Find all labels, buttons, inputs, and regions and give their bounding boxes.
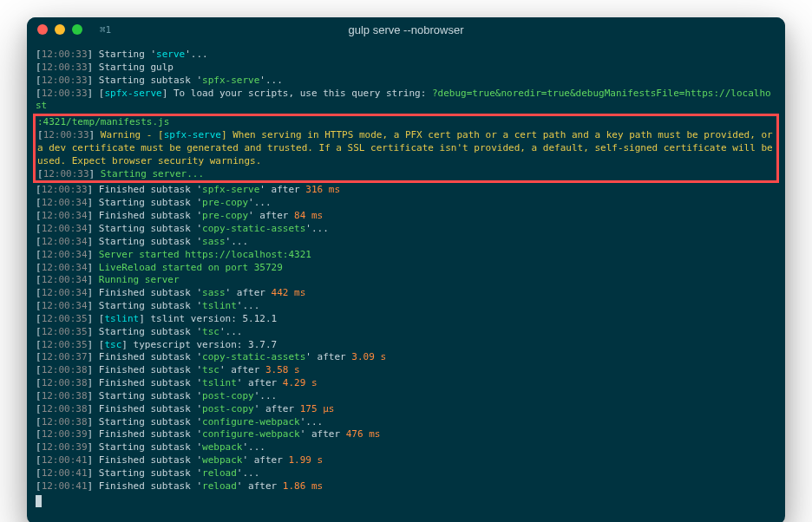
terminal-body[interactable]: [12:00:33] Starting 'serve'...[12:00:33]… <box>27 42 785 522</box>
log-segment: ' after <box>242 454 288 466</box>
zoom-icon[interactable] <box>72 24 82 35</box>
log-segment: Finished subtask ' <box>93 403 202 414</box>
log-line: [12:00:41] Finished subtask 'webpack' af… <box>36 454 776 467</box>
log-segment: copy-static-assets <box>202 223 305 234</box>
log-segment: Finished subtask ' <box>93 210 202 221</box>
log-timestamp: 12:00:34 <box>42 287 88 298</box>
log-timestamp: 12:00:33 <box>42 75 88 86</box>
log-segment: Finished subtask ' <box>93 364 202 375</box>
log-segment: 476 ms <box>346 428 381 440</box>
log-segment: ' after <box>219 364 265 375</box>
log-segment: ' after <box>226 287 272 298</box>
log-timestamp: 12:00:38 <box>42 364 88 375</box>
log-segment: Finished subtask ' <box>93 377 202 388</box>
log-segment: tslint <box>202 300 237 311</box>
log-line: [12:00:33] [spfx-serve] To load your scr… <box>36 88 776 114</box>
log-segment: Finished subtask ' <box>93 480 202 492</box>
log-line: [12:00:34] Running server <box>36 274 776 287</box>
log-segment: reload <box>202 480 237 492</box>
log-segment: LiveReload started on port 35729 <box>93 262 283 273</box>
log-segment: '... <box>242 441 265 453</box>
log-timestamp: 12:00:34 <box>42 210 88 221</box>
log-segment: Server started https://localhost:4321 <box>93 249 311 260</box>
log-segment: configure-webpack <box>202 416 300 427</box>
log-segment: 1.86 ms <box>283 480 323 492</box>
log-segment: [ <box>93 339 104 350</box>
log-segment: pre-copy <box>202 210 248 221</box>
log-segment: Starting subtask ' <box>93 236 202 247</box>
log-timestamp: 12:00:38 <box>42 416 88 427</box>
log-segment: tslint <box>104 313 139 324</box>
log-line: [12:00:35] [tslint] tslint version: 5.12… <box>36 313 776 326</box>
log-segment: post-copy <box>202 390 254 401</box>
log-line: [12:00:34] Server started https://localh… <box>36 249 776 262</box>
log-segment: Finished subtask ' <box>93 454 202 466</box>
log-segment: tslint <box>202 377 237 388</box>
log-timestamp: 12:00:41 <box>42 454 88 466</box>
log-timestamp: 12:00:34 <box>42 262 88 273</box>
log-line: [12:00:38] Starting subtask 'post-copy'.… <box>36 390 776 403</box>
log-segment: '... <box>219 326 243 337</box>
log-segment: 4.29 s <box>283 377 318 388</box>
log-segment: '... <box>305 223 329 234</box>
log-segment: Starting subtask ' <box>93 300 202 311</box>
log-timestamp: 12:00:34 <box>42 197 88 208</box>
log-segment: sass <box>202 236 226 247</box>
log-timestamp: 12:00:38 <box>42 377 88 388</box>
starting-server-text: Starting server... <box>101 168 204 179</box>
close-icon[interactable] <box>37 24 48 35</box>
log-segment: '... <box>300 416 324 427</box>
log-segment: 316 ms <box>305 184 340 195</box>
log-line: [12:00:34] Starting subtask 'tslint'... <box>36 300 776 313</box>
log-line: [12:00:33] Starting gulp <box>36 62 776 75</box>
log-line: [12:00:38] Finished subtask 'tsc' after … <box>36 364 776 377</box>
log-segment: Finished subtask ' <box>93 287 202 298</box>
log-line: [12:00:39] Finished subtask 'configure-w… <box>36 428 776 441</box>
log-line: [12:00:35] Starting subtask 'tsc'... <box>36 326 776 339</box>
terminal-window: ⌘1 gulp serve --nobrowser [12:00:33] Sta… <box>27 17 785 522</box>
log-segment: 84 ms <box>294 210 323 221</box>
log-segment: ' after <box>305 351 351 362</box>
pre-highlight-wrap: :4321/temp/manifests.js <box>37 116 169 127</box>
warning-prefix: Warning - [ <box>101 129 164 140</box>
log-segment: ] tslint version: 5.12.1 <box>139 313 277 324</box>
log-segment: pre-copy <box>202 197 248 208</box>
log-timestamp: 12:00:34 <box>42 274 88 285</box>
log-segment: '... <box>226 236 249 247</box>
log-segment: spfx-serve <box>202 75 259 86</box>
log-segment: spfx-serve <box>202 184 259 195</box>
log-segment: 3.09 s <box>351 351 386 362</box>
log-line: [12:00:41] Finished subtask 'reload' aft… <box>36 480 776 493</box>
log-line: [12:00:34] Starting subtask 'copy-static… <box>36 223 776 236</box>
log-timestamp: 12:00:38 <box>42 390 88 401</box>
log-line: [12:00:34] LiveReload started on port 35… <box>36 262 776 275</box>
warning-module: spfx-serve <box>164 129 221 140</box>
log-segment: [ <box>93 88 104 99</box>
log-timestamp: 12:00:35 <box>42 313 88 324</box>
traffic-lights <box>37 24 82 35</box>
log-line: [12:00:34] Finished subtask 'pre-copy' a… <box>36 210 776 223</box>
log-line: [12:00:39] Starting subtask 'webpack'... <box>36 441 776 454</box>
log-timestamp: 12:00:34 <box>42 236 88 247</box>
log-line: [12:00:38] Finished subtask 'post-copy' … <box>36 403 776 416</box>
log-timestamp: 12:00:39 <box>42 441 88 453</box>
warning-highlight: :4321/temp/manifests.js [12:00:33] Warni… <box>33 114 779 183</box>
log-line: [12:00:38] Finished subtask 'tslint' aft… <box>36 377 776 390</box>
log-segment: Starting subtask ' <box>93 223 202 234</box>
log-timestamp: 12:00:38 <box>42 403 88 414</box>
log-timestamp: 12:00:34 <box>42 223 88 234</box>
log-segment: Starting ' <box>93 49 156 60</box>
log-segment: reload <box>202 467 237 479</box>
log-segment: Starting subtask ' <box>93 390 202 401</box>
log-segment: Starting subtask ' <box>93 197 202 208</box>
log-segment: Starting gulp <box>93 62 174 73</box>
log-segment: '... <box>259 75 283 86</box>
log-segment: Running server <box>93 274 179 285</box>
log-timestamp: 12:00:33 <box>43 168 89 179</box>
log-segment: webpack <box>202 441 242 453</box>
log-segment: Finished subtask ' <box>93 428 202 440</box>
log-segment: tsc <box>202 364 219 375</box>
minimize-icon[interactable] <box>55 24 65 35</box>
log-line: [12:00:41] Starting subtask 'reload'... <box>36 467 776 480</box>
log-segment: ] To load your scripts, use this query s… <box>162 88 432 99</box>
